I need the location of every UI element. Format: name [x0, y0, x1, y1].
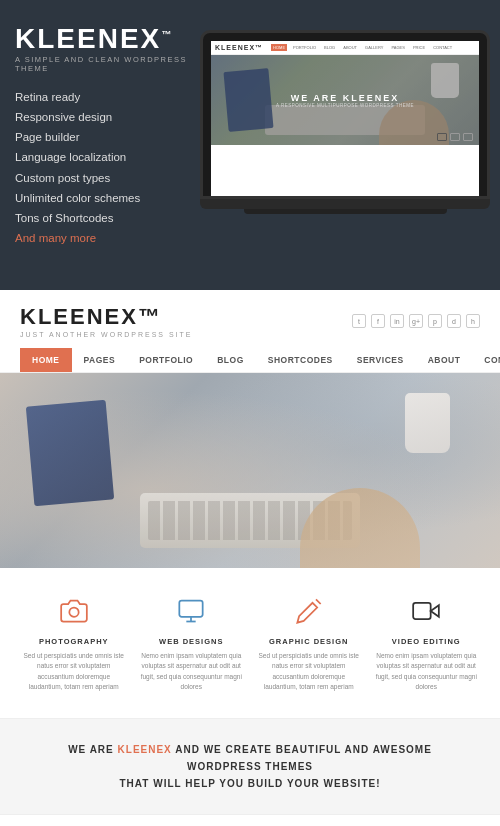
mini-nav-about[interactable]: ABOUT: [341, 44, 359, 51]
site-preview-section: KLEENEX™ JUST ANOTHER WORDPRESS SITE t f…: [0, 290, 500, 826]
mini-nav-gallery[interactable]: GALLERY: [363, 44, 385, 51]
mini-nav-links: HOME PORTFOLIO BLOG ABOUT GALLERY PAGES …: [271, 44, 475, 51]
nav-services[interactable]: SERVICES: [345, 348, 416, 372]
nav-home[interactable]: HOME: [20, 348, 72, 372]
photography-title: PHOTOGRAPHY: [20, 637, 128, 646]
video-text: Nemo enim ipsam voluptatem quia voluptas…: [373, 651, 481, 693]
pencil-icon: [291, 593, 327, 629]
mini-nav-home[interactable]: HOME: [271, 44, 287, 51]
graphic-text: Sed ut perspiciatis unde omnis iste natu…: [255, 651, 363, 693]
svg-point-0: [69, 608, 78, 617]
nav-blog[interactable]: BLOG: [205, 348, 256, 372]
laptop-screen: KLEENEX™ HOME PORTFOLIO BLOG ABOUT GALLE…: [211, 41, 479, 196]
brand-subtitle: A SIMPLE AND CLEAN WORDPRESS THEME: [15, 55, 200, 73]
features-grid: PHOTOGRAPHY Sed ut perspiciatis unde omn…: [20, 593, 480, 693]
feature-card-webdesign: WEB DESIGNS Nemo enim ipsam voluptatem q…: [138, 593, 246, 693]
mini-nav-contact[interactable]: CONTACT: [431, 44, 454, 51]
cta-line3: THAT WILL HELP YOU BUILD YOUR WEBSITE!: [120, 778, 381, 789]
cta-section: WE ARE KLEENEX AND WE CREATE BEAUTIFUL A…: [0, 718, 500, 815]
feature-more-and: And: [15, 232, 35, 244]
mini-nav-bar: KLEENEX™ HOME PORTFOLIO BLOG ABOUT GALLE…: [211, 41, 479, 55]
mini-nav-pages[interactable]: PAGES: [389, 44, 407, 51]
cta-line2: AND WE CREATE BEAUTIFUL AND AWESOME WORD…: [175, 744, 432, 772]
social-icon-dribbble[interactable]: d: [447, 314, 461, 328]
brand-name-text: KLEENEX: [15, 23, 161, 54]
nav-pages[interactable]: PAGES: [72, 348, 128, 372]
mini-icon-phone: [463, 133, 473, 141]
site-header-top: KLEENEX™ JUST ANOTHER WORDPRESS SITE t f…: [20, 304, 480, 338]
feature-list: Retina ready Responsive design Page buil…: [15, 87, 200, 248]
feature-more: And many more: [15, 228, 200, 248]
mini-icon-desktop: [437, 133, 447, 141]
nav-shortcodes[interactable]: SHORTCODES: [256, 348, 345, 372]
mini-nav-blog[interactable]: BLOG: [322, 44, 337, 51]
nav-about[interactable]: ABOUT: [416, 348, 473, 372]
hero-notebook: [26, 400, 114, 507]
social-icon-facebook[interactable]: f: [371, 314, 385, 328]
feature-responsive: Responsive design: [15, 107, 200, 127]
mini-hero-text: WE ARE KLEENEX A RESPONSIVE MULTIPURPOSE…: [276, 93, 414, 108]
social-icon-linkedin[interactable]: in: [390, 314, 404, 328]
feature-shortcodes: Tons of Shortcodes: [15, 208, 200, 228]
dark-header-section: KLEENEX™ A SIMPLE AND CLEAN WORDPRESS TH…: [0, 0, 500, 290]
feature-card-photography: PHOTOGRAPHY Sed ut perspiciatis unde omn…: [20, 593, 128, 693]
mini-footer-icons: [437, 133, 473, 141]
laptop-outer: KLEENEX™ HOME PORTFOLIO BLOG ABOUT GALLE…: [200, 30, 490, 199]
hero-bg: [0, 373, 500, 568]
site-nav: HOME PAGES PORTFOLIO BLOG SHORTCODES SER…: [20, 348, 480, 372]
mini-hero-subtitle: A RESPONSIVE MULTIPURPOSE WORDPRESS THEM…: [276, 103, 414, 108]
mini-nav-price[interactable]: PRICE: [411, 44, 427, 51]
video-icon: [408, 593, 444, 629]
cta-we-are: WE ARE: [68, 744, 114, 755]
social-icon-twitter[interactable]: t: [352, 314, 366, 328]
svg-line-4: [316, 599, 321, 604]
webdesign-text: Nemo enim ipsam voluptatem quia voluptas…: [138, 651, 246, 693]
feature-post-types: Custom post types: [15, 168, 200, 188]
portfolio-section: LATEST PORTFOLIO: [0, 815, 500, 826]
feature-retina: Retina ready: [15, 87, 200, 107]
feature-builder: Page builder: [15, 127, 200, 147]
social-icon-gplus[interactable]: g+: [409, 314, 423, 328]
social-icon-pinterest[interactable]: p: [428, 314, 442, 328]
svg-rect-6: [413, 603, 431, 619]
cta-text: WE ARE KLEENEX AND WE CREATE BEAUTIFUL A…: [30, 741, 470, 792]
laptop-base: [200, 199, 490, 209]
social-icons: t f in g+ p d h: [352, 314, 480, 328]
site-brand-subtitle: JUST ANOTHER WORDPRESS SITE: [20, 331, 193, 338]
mini-hero-title: WE ARE KLEENEX: [276, 93, 414, 103]
brand-title: KLEENEX™: [15, 25, 200, 53]
feature-language: Language localization: [15, 147, 200, 167]
nav-contact[interactable]: CONTACT: [472, 348, 500, 372]
hero-image: [0, 373, 500, 568]
site-brand-title: KLEENEX™: [20, 304, 193, 330]
mini-nav-portfolio[interactable]: PORTFOLIO: [291, 44, 318, 51]
mini-icon-tablet: [450, 133, 460, 141]
laptop-mockup: KLEENEX™ HOME PORTFOLIO BLOG ABOUT GALLE…: [200, 30, 490, 214]
cta-brand-name: KLEENEX: [118, 744, 172, 755]
graphic-title: GRAPHIC DESIGN: [255, 637, 363, 646]
camera-icon: [56, 593, 92, 629]
laptop-mockup-area: KLEENEX™ HOME PORTFOLIO BLOG ABOUT GALLE…: [200, 20, 490, 214]
social-icon-houzz[interactable]: h: [466, 314, 480, 328]
feature-colors: Unlimited color schemes: [15, 188, 200, 208]
svg-rect-1: [180, 601, 203, 617]
webdesign-title: WEB DESIGNS: [138, 637, 246, 646]
features-section: PHOTOGRAPHY Sed ut perspiciatis unde omn…: [0, 568, 500, 718]
brand-tm: ™: [161, 29, 173, 40]
feature-card-video: VIDEO EDITING Nemo enim ipsam voluptatem…: [373, 593, 481, 693]
monitor-icon: [173, 593, 209, 629]
nav-portfolio[interactable]: PORTFOLIO: [127, 348, 205, 372]
site-header: KLEENEX™ JUST ANOTHER WORDPRESS SITE t f…: [0, 290, 500, 373]
photography-text: Sed ut perspiciatis unde omnis iste natu…: [20, 651, 128, 693]
hero-cup: [405, 393, 450, 453]
mini-brand: KLEENEX™: [215, 44, 263, 51]
brand-features-panel: KLEENEX™ A SIMPLE AND CLEAN WORDPRESS TH…: [15, 20, 200, 248]
feature-card-graphic: GRAPHIC DESIGN Sed ut perspiciatis unde …: [255, 593, 363, 693]
mini-browser: KLEENEX™ HOME PORTFOLIO BLOG ABOUT GALLE…: [211, 41, 479, 196]
mini-hero: WE ARE KLEENEX A RESPONSIVE MULTIPURPOSE…: [211, 55, 479, 145]
feature-more-highlight: many more: [39, 232, 97, 244]
site-brand: KLEENEX™ JUST ANOTHER WORDPRESS SITE: [20, 304, 193, 338]
laptop-foot: [244, 209, 447, 214]
video-title: VIDEO EDITING: [373, 637, 481, 646]
svg-marker-5: [431, 605, 439, 617]
